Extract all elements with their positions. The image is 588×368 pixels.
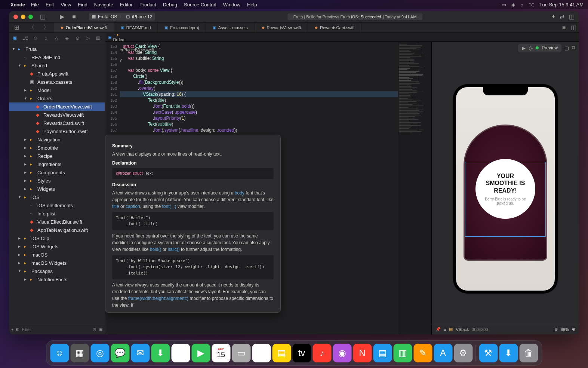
issue-navigator-tab[interactable]: △ [53,35,60,41]
menu-help[interactable]: Help [247,2,257,7]
tree-item-fruta[interactable]: ▼▸Fruta [9,45,105,53]
dock-podcasts-icon[interactable]: ◉ [333,344,351,362]
tree-item-navigation[interactable]: ▶▸Navigation [9,135,105,144]
tree-item-ingredients[interactable]: ▶▸Ingredients [9,160,105,168]
dock-notes-icon[interactable]: ▤ [272,344,291,362]
disclosure-triangle-icon[interactable]: ▶ [24,146,28,150]
tab-rewardsview-swift[interactable]: ◆RewardsView.swift [255,22,308,33]
disclosure-triangle-icon[interactable]: ▶ [24,138,28,141]
report-navigator-tab[interactable]: ▤ [95,35,102,41]
control-center-icon[interactable]: ⌥ [529,2,534,7]
disclosure-triangle-icon[interactable]: ▶ [24,179,28,183]
battery-icon[interactable]: ▭ [502,2,506,7]
tree-item-ios-clip[interactable]: ▶▸iOS Clip [9,234,105,242]
adjust-editor-button[interactable]: ◫ [571,24,576,31]
breakpoint-navigator-tab[interactable]: ▷ [84,35,91,41]
debug-navigator-tab[interactable]: ⊙ [74,35,81,41]
tree-item-rewardscard-swift[interactable]: ◆RewardsCard.swift [9,119,105,127]
menu-source-control[interactable]: Source Control [184,2,216,7]
disclosure-triangle-icon[interactable]: ▼ [18,269,22,273]
tree-item-ios[interactable]: ▼▸iOS [9,193,105,201]
symbol-navigator-tab[interactable]: ◇ [32,35,39,41]
close-window-button[interactable] [13,15,18,19]
dock-appstore-icon[interactable]: A [434,344,452,362]
dock-pages-icon[interactable]: ✎ [413,344,432,362]
code-review-button[interactable]: ⇄ [560,13,564,20]
menu-view[interactable]: View [61,2,71,7]
doc-link-body[interactable]: body [235,190,244,196]
jumpbar-orders[interactable]: Orders [113,37,154,42]
toggle-sidebar-button[interactable]: ◫ [38,13,47,21]
dock-messages-icon[interactable]: 💬 [111,344,129,362]
tree-item-styles[interactable]: ▶▸Styles [9,177,105,185]
tab-orderplacedview-swift[interactable]: ◆OrderPlacedView.swift [54,22,114,33]
zoom-in-button[interactable]: ⊕ [572,327,575,332]
source-control-navigator-tab[interactable]: ⎇ [22,35,28,41]
tree-item-apptabnavigation-swift[interactable]: ◆AppTabNavigation.swift [9,226,105,234]
dock-contacts-icon[interactable]: ▭ [232,344,250,362]
test-navigator-tab[interactable]: ◈ [64,35,70,41]
tree-item-components[interactable]: ▶▸Components [9,168,105,177]
filter-input[interactable] [22,327,90,332]
dock-launchpad-icon[interactable]: ▦ [70,344,89,362]
run-button[interactable]: ▶ [58,13,67,21]
tree-item-orders[interactable]: ▼▸Orders [9,94,105,102]
minimize-window-button[interactable] [21,15,25,19]
disclosure-triangle-icon[interactable]: ▶ [18,261,22,265]
filter-scope-button[interactable]: ◐ [16,327,19,332]
tree-item-readme-md[interactable]: ▫README.md [9,53,105,61]
tree-item-recipe[interactable]: ▶▸Recipe [9,152,105,160]
disclosure-triangle-icon[interactable]: ▶ [24,154,28,158]
doc-link-caption[interactable]: caption [126,204,140,209]
tree-item-ios-widgets[interactable]: ▶▸iOS Widgets [9,242,105,251]
dock-xcode-icon[interactable]: ⚒ [479,344,498,362]
source-editor[interactable]: 1531541551561571581591601611621631641651… [105,42,431,334]
menu-navigate[interactable]: Navigate [94,2,113,7]
zoom-level[interactable]: 68% [561,327,569,332]
spotlight-icon[interactable]: ⌕ [520,2,523,7]
disclosure-triangle-icon[interactable]: ▼ [18,195,22,199]
device-settings-button[interactable]: ▢ [564,45,569,51]
dock-music-icon[interactable]: ♪ [313,344,331,362]
dock-facetime-icon[interactable]: ▶ [191,344,210,362]
toggle-inspectors-button[interactable]: ◫ [569,13,575,20]
dock-downloads-icon[interactable]: ⬇ [499,344,518,362]
tree-item-smoothie[interactable]: ▶▸Smoothie [9,144,105,152]
dock-news-icon[interactable]: N [353,344,372,362]
dock-settings-icon[interactable]: ⚙ [454,344,472,362]
dock-calendar-icon[interactable]: SEP15 [212,344,230,362]
tree-item-info-plist[interactable]: ▫Info.plist [9,209,105,218]
disclosure-triangle-icon[interactable]: ▶ [18,253,22,257]
menu-debug[interactable]: Debug [163,2,177,7]
menu-editor[interactable]: Editor [120,2,133,7]
doc-link-font[interactable]: font(_:) [162,204,176,209]
nav-back-button[interactable]: 〈 [24,22,39,33]
tree-item-orderplacedview-swift[interactable]: ◆OrderPlacedView.swift [9,102,105,111]
tree-item-widgets[interactable]: ▶▸Widgets [9,185,105,193]
dock-finder-icon[interactable]: ☺ [50,344,69,362]
menu-edit[interactable]: Edit [46,2,54,7]
dock-keynote-icon[interactable]: ▤ [373,344,392,362]
tree-item-assets-xcassets[interactable]: ▣Assets.xcassets [9,78,105,86]
editor-options-button[interactable]: ≡ [562,24,566,31]
tree-item-macos[interactable]: ▶▸macOS [9,251,105,259]
tree-item-frutaapp-swift[interactable]: ◆FrutaApp.swift [9,70,105,78]
disclosure-triangle-icon[interactable]: ▼ [18,64,22,67]
dock-maps-icon[interactable]: ⬇ [151,344,170,362]
project-tree[interactable]: ▼▸Fruta▫README.md▼▸Shared◆FrutaApp.swift… [9,43,105,324]
related-items-button[interactable]: ⊞ [9,22,24,33]
menu-window[interactable]: Window [223,2,240,7]
stop-button[interactable]: ■ [70,13,78,21]
disclosure-triangle-icon[interactable]: ▶ [24,162,28,166]
disclosure-triangle-icon[interactable]: ▶ [18,245,22,248]
preview-on-device-button[interactable]: ◎ [529,45,533,51]
menu-product[interactable]: Product [139,2,156,7]
scheme-selector[interactable]: ▦ Fruta iOS 〉 ▢ iPhone 12 [89,13,155,21]
zoom-window-button[interactable] [28,15,33,19]
menu-find[interactable]: Find [78,2,87,7]
disclosure-triangle-icon[interactable]: ▼ [24,96,28,100]
doc-link-bold[interactable]: bold() [150,247,161,252]
recent-files-filter-button[interactable]: ◷ [93,327,96,332]
view-hierarchy-button[interactable]: ≡ [444,327,446,332]
add-target-button[interactable]: + [11,327,13,332]
